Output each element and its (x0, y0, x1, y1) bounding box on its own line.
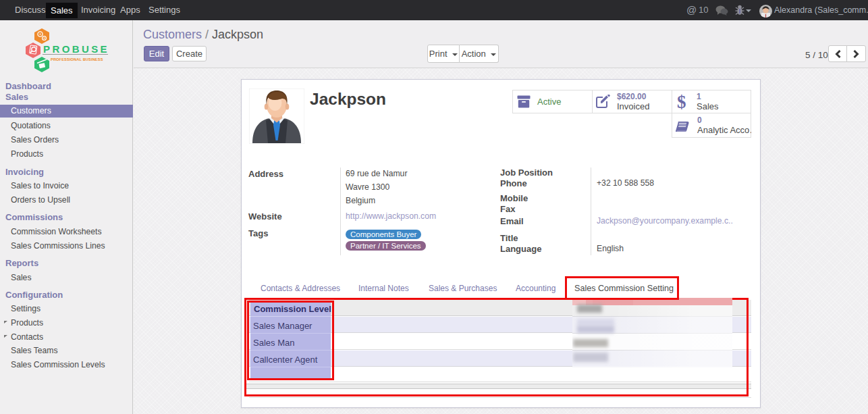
svg-text:PROFESSIONAL BUSINESS: PROFESSIONAL BUSINESS (51, 57, 103, 61)
svg-text:PROBUSE: PROBUSE (43, 43, 109, 55)
